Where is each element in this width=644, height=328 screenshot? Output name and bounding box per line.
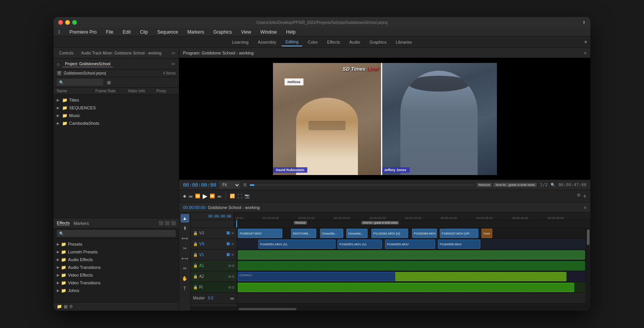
play-pause-button[interactable]: ▶ [203, 192, 207, 200]
tree-item-music[interactable]: ▶ 📁 Music [54, 112, 179, 119]
apple-menu[interactable]:  [57, 29, 62, 35]
effects-tool-icon-1[interactable]: ⬛ [159, 221, 163, 225]
tab-editing[interactable]: Editing [281, 38, 302, 46]
project-search-input[interactable] [57, 79, 103, 86]
step-forward-icon[interactable]: ⏩ [210, 194, 215, 199]
tab-learning[interactable]: Learning [228, 38, 253, 46]
menu-edit[interactable]: Edit [121, 29, 132, 35]
list-view-icon[interactable]: ▦ [107, 80, 111, 85]
horizontal-scrollbar[interactable] [191, 307, 590, 311]
effect-cat-video-trans[interactable]: ▶ 📁 Video Transitions [54, 279, 179, 287]
menu-markers[interactable]: Markers [186, 29, 205, 35]
selection-tool[interactable]: ▲ [181, 214, 189, 223]
effects-tool-icon-2[interactable]: ⬛ [165, 221, 169, 225]
hand-tool[interactable]: ✋ [181, 274, 189, 283]
effect-cat-presets[interactable]: ▶ 📁 Presets [54, 240, 179, 248]
pen-tool[interactable]: ✏ [181, 264, 189, 273]
clip-v3-5[interactable]: P1130281.MOV [V] [371, 229, 408, 238]
a2-m-icon[interactable]: M [228, 275, 231, 279]
track-a2[interactable]: CONTACT [237, 271, 586, 282]
track-select-tool[interactable]: ⬆ [181, 224, 189, 233]
marker-remove[interactable]: Remove [294, 221, 307, 224]
tab-assembly[interactable]: Assembly [254, 38, 280, 46]
menu-sequence[interactable]: Sequence [156, 29, 180, 35]
menu-file[interactable]: File [104, 29, 115, 35]
a3-m-icon[interactable]: M [228, 286, 231, 289]
step-back-many-icon[interactable]: ⏮ [188, 194, 193, 199]
share-icon[interactable]: ⬆ [582, 20, 586, 25]
tab-markers-panel[interactable]: Markers [73, 221, 89, 226]
v2-eye-icon[interactable]: 👁 [231, 242, 234, 246]
tab-audio[interactable]: Audio [346, 38, 364, 46]
step-back-icon[interactable]: ⏪ [195, 194, 200, 199]
track-a3[interactable] [237, 282, 586, 293]
fit-select[interactable]: Fit 25% 50% 100% [219, 182, 240, 189]
home-icon[interactable]: ⌂ [57, 61, 59, 67]
v3-eye-icon[interactable]: 👁 [231, 231, 234, 235]
clip-v1-audio[interactable] [238, 250, 585, 260]
new-bin-icon[interactable]: 📁 [57, 304, 62, 309]
type-tool[interactable]: T [181, 284, 189, 293]
zoom-icon[interactable]: 🔍 [551, 183, 555, 187]
vertical-scrollbar[interactable] [586, 228, 590, 307]
a1-lock-icon[interactable]: 🔒 [193, 263, 198, 268]
menu-premiere-pro[interactable]: Premiere Pro [68, 29, 98, 35]
safe-margins-icon[interactable]: ⊞ [243, 182, 247, 187]
clip-v2-1[interactable]: P1000551.MOV (V) [258, 240, 336, 249]
v2-lock-icon[interactable]: 🔒 [193, 242, 198, 246]
a3-s-icon[interactable]: S [232, 286, 234, 289]
a2-lock-icon[interactable]: 🔒 [193, 274, 198, 279]
clip-v3-6[interactable]: P1030369.MOV [412, 229, 437, 238]
tab-color[interactable]: Color [304, 38, 322, 46]
clip-v3-8[interactable]: Cont [481, 229, 492, 238]
tab-controls[interactable]: Controls [57, 50, 76, 56]
a3-lock-icon[interactable]: 🔒 [193, 285, 198, 289]
list-view-icon-bottom[interactable]: ▦ [64, 304, 68, 309]
clip-v3-1[interactable]: P1060197.MOV [238, 229, 282, 238]
tab-graphics-workspace[interactable]: Graphics [366, 38, 390, 46]
clip-a3-music[interactable] [238, 283, 574, 292]
track-v1[interactable] [237, 250, 586, 260]
clip-v3-2[interactable]: EDITCHIM... [291, 229, 316, 238]
slip-tool[interactable]: ⟷ [181, 254, 189, 263]
effect-cat-video-fx[interactable]: ▶ 📁 Video Effects [54, 271, 179, 279]
effects-search-input[interactable] [57, 230, 176, 237]
effect-cat-audio-trans[interactable]: ▶ 📁 Audio Transitions [54, 263, 179, 271]
a1-m-icon[interactable]: M [228, 264, 231, 268]
v1-eye-icon[interactable]: 👁 [231, 253, 234, 257]
menu-graphics[interactable]: Graphics [212, 29, 234, 35]
menu-window[interactable]: Window [259, 29, 278, 35]
timeline-menu-icon[interactable]: ≡ [584, 205, 586, 210]
effect-cat-johns[interactable]: ▶ 📁 Johns [54, 287, 179, 294]
clip-v3-3[interactable]: CineaSki... [320, 229, 343, 238]
tree-item-titles[interactable]: ▶ 📁 Titles [54, 96, 179, 104]
v3-toggle[interactable] [227, 231, 230, 235]
track-v3[interactable]: P1060197.MOV EDITCHIM... CineaSki... Cin… [237, 228, 586, 239]
tab-libraries[interactable]: Libraries [392, 38, 416, 46]
v2-toggle[interactable] [227, 242, 230, 245]
effect-cat-lumetri[interactable]: ▶ 📁 Lumetri Presets [54, 248, 179, 256]
a1-s-icon[interactable]: S [232, 264, 234, 268]
export-frame-icon[interactable]: 📷 [244, 194, 250, 199]
step-forward-many-icon[interactable]: ⏭ [217, 194, 222, 199]
menu-view[interactable]: View [240, 29, 253, 35]
minimize-button[interactable] [65, 20, 70, 25]
tree-item-sequences[interactable]: ▶ 📁 SEQUENCES [54, 104, 179, 112]
v1-toggle[interactable] [227, 253, 230, 256]
master-skip-end-icon[interactable]: ⏭ [230, 296, 234, 301]
settings-icon[interactable]: ⚙ [69, 304, 73, 309]
track-v2[interactable]: P1000551.MOV (V) P1000551.MOV (V) P10005… [237, 239, 586, 250]
tree-item-cambodia[interactable]: ▶ 📁 CambodiaShots [54, 119, 179, 127]
tab-effects[interactable]: Effects [323, 38, 344, 46]
fullscreen-icon[interactable]: ⛶ [237, 194, 242, 199]
menu-help[interactable]: Help [285, 29, 297, 35]
clip-a2-2[interactable] [395, 272, 566, 281]
marker-shot-fix[interactable]: Shot fix - grade in both shots [361, 221, 399, 224]
settings-monitor-icon[interactable]: ⚙ [577, 193, 581, 200]
loop-icon[interactable]: 🔁 [230, 194, 235, 199]
effect-cat-audio-fx[interactable]: ▶ 📁 Audio Effects [54, 256, 179, 263]
expand-panel-icon[interactable]: ≫ [171, 51, 176, 56]
a2-s-icon[interactable]: S [232, 275, 234, 279]
panel-menu-icon[interactable]: ≫ [171, 61, 176, 66]
clip-v2-3[interactable]: P1000555.MOV [385, 240, 435, 249]
